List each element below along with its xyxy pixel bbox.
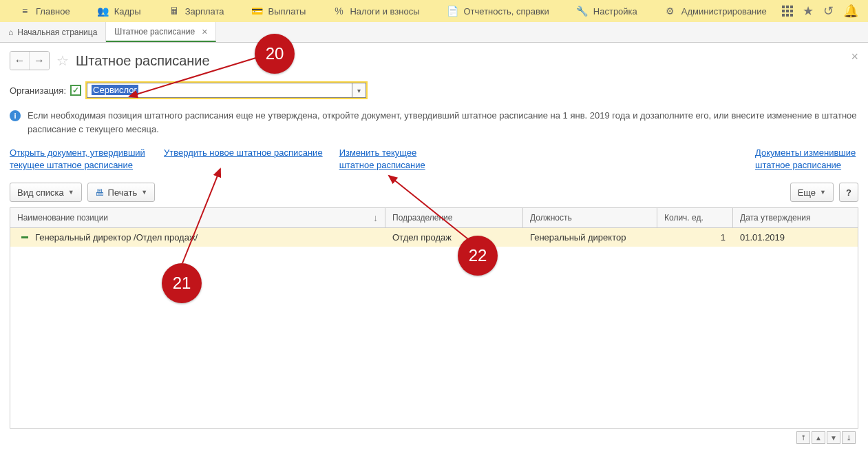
menu-label: Зарплата — [185, 6, 224, 17]
menu-label: Кадры — [114, 6, 141, 17]
help-button[interactable]: ? — [839, 183, 858, 202]
col-position[interactable]: Должность — [523, 208, 657, 227]
org-field: Сервислог ▾ — [85, 81, 368, 99]
tab-label: Штатное расписание — [114, 27, 195, 37]
link-open-doc[interactable]: Открыть документ, утвердивший текущее шт… — [10, 147, 147, 172]
link-docs-changed[interactable]: Документы изменившие штатное расписание — [755, 147, 858, 172]
star-icon[interactable]: ★ — [803, 3, 814, 19]
back-button[interactable]: ← — [10, 52, 30, 70]
page-title: Штатное расписание — [76, 53, 210, 69]
scroll-top-button[interactable]: ⤒ — [796, 431, 810, 444]
chevron-down-icon: ▼ — [820, 189, 826, 196]
content: × ← → ☆ Штатное расписание Организация: … — [0, 43, 868, 452]
org-dropdown-button[interactable]: ▾ — [352, 83, 366, 98]
bell-icon[interactable]: 🔔 — [843, 3, 858, 19]
menu-label: Отчетность, справки — [464, 6, 549, 17]
report-icon: 📄 — [447, 6, 458, 17]
menu-label: Налоги и взносы — [350, 6, 419, 17]
menu-label: Главное — [36, 6, 70, 17]
menu-label: Выплаты — [268, 6, 306, 17]
link-change-current[interactable]: Изменить текущее штатное расписание — [339, 147, 429, 172]
callout-22: 22 — [458, 236, 498, 276]
cell-date: 01.01.2019 — [733, 228, 858, 247]
tab-home[interactable]: ⌂ Начальная страница — [0, 22, 106, 42]
cell-name: Генеральный директор /Отдел продаж/ — [35, 232, 198, 243]
table: Наименование позиции ↓ Подразделение Дол… — [10, 207, 858, 429]
tab-label: Начальная страница — [17, 28, 97, 37]
callout-20: 20 — [255, 34, 295, 74]
menu-nastroika[interactable]: 🔧 Настройка — [563, 0, 651, 22]
tab-bar: ⌂ Начальная страница Штатное расписание … — [0, 22, 868, 43]
more-button[interactable]: Еще▼ — [790, 183, 834, 202]
callout-21: 21 — [162, 263, 202, 303]
print-button[interactable]: 🖶 Печать▼ — [87, 183, 156, 202]
table-row[interactable]: Генеральный директор /Отдел продаж/ Отде… — [10, 228, 858, 247]
view-list-button[interactable]: Вид списка▼ — [10, 183, 82, 202]
org-label: Организация: — [10, 85, 66, 96]
org-checkbox[interactable]: ✓ — [70, 85, 81, 96]
apps-icon[interactable] — [782, 6, 793, 17]
menu-main[interactable]: ≡ Главное — [6, 0, 84, 22]
menu-admin[interactable]: ⚙ Администрирование — [651, 0, 781, 22]
menu-otchet[interactable]: 📄 Отчетность, справки — [434, 0, 563, 22]
menu-kadry[interactable]: 👥 Кадры — [84, 0, 155, 22]
menu-label: Администрирование — [681, 6, 767, 17]
print-icon: 🖶 — [95, 187, 104, 198]
close-panel-icon[interactable]: × — [851, 50, 858, 64]
menu-nalogi[interactable]: % Налоги и взносы — [319, 0, 433, 22]
col-qty[interactable]: Колич. ед. — [657, 208, 733, 227]
sort-indicator-icon: ↓ — [373, 212, 378, 223]
tab-staffing[interactable]: Штатное расписание × — [106, 22, 216, 42]
favorite-icon[interactable]: ☆ — [56, 52, 69, 69]
col-name[interactable]: Наименование позиции ↓ — [10, 208, 385, 227]
scroll-controls: ⤒ ▲ ▼ ⤓ — [10, 431, 858, 444]
cell-dept: Отдел продаж — [385, 228, 523, 247]
people-icon: 👥 — [98, 6, 109, 17]
scroll-bottom-button[interactable]: ⤓ — [842, 431, 856, 444]
col-date[interactable]: Дата утверждения — [733, 208, 858, 227]
home-icon: ⌂ — [8, 28, 13, 37]
link-approve-new[interactable]: Утвердить новое штатное расписание — [164, 147, 323, 172]
chevron-down-icon: ▼ — [68, 189, 74, 196]
forward-button[interactable]: → — [30, 52, 49, 70]
row-marker-icon — [21, 236, 28, 238]
info-icon: i — [10, 110, 21, 121]
wallet-icon: 💳 — [252, 6, 263, 17]
percent-icon: % — [333, 6, 344, 17]
scroll-down-button[interactable]: ▼ — [827, 431, 840, 444]
col-dept[interactable]: Подразделение — [385, 208, 523, 227]
close-icon[interactable]: × — [202, 26, 207, 37]
gear-icon: ⚙ — [665, 6, 676, 17]
calc-icon: 🖩 — [169, 6, 180, 17]
menu-label: Настройка — [593, 6, 637, 17]
chevron-down-icon: ▼ — [141, 189, 147, 196]
cell-qty: 1 — [657, 228, 733, 247]
menu-icon: ≡ — [19, 6, 30, 17]
menu-zarplata[interactable]: 🖩 Зарплата — [155, 0, 238, 22]
info-text: Если необходимая позиция штатного распис… — [28, 109, 858, 136]
nav-buttons: ← → — [10, 51, 50, 70]
menu-vyplaty[interactable]: 💳 Выплаты — [238, 0, 320, 22]
top-menu: ≡ Главное 👥 Кадры 🖩 Зарплата 💳 Выплаты %… — [0, 0, 868, 22]
cell-position: Генеральный директор — [523, 228, 657, 247]
wrench-icon: 🔧 — [577, 6, 588, 17]
scroll-up-button[interactable]: ▲ — [812, 431, 825, 444]
org-input[interactable]: Сервислог — [87, 83, 352, 98]
history-icon[interactable]: ↺ — [823, 3, 834, 19]
